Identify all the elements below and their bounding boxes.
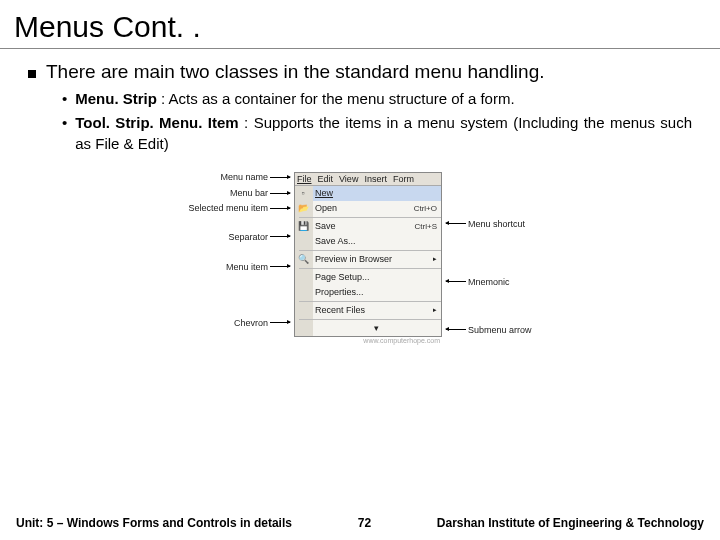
label-menu-name: Menu name <box>220 172 268 182</box>
new-icon: ▫ <box>297 187 309 199</box>
chevron-right-icon: ▸ <box>433 255 437 263</box>
slide-title: Menus Cont. . <box>0 0 720 49</box>
square-bullet-icon <box>28 70 36 78</box>
menubar-insert[interactable]: Insert <box>364 174 387 184</box>
sub1-rest: : Acts as a container for the menu struc… <box>157 90 515 107</box>
main-bullet: There are main two classes in the standa… <box>28 61 692 83</box>
watermark: www.computerhope.com <box>294 337 442 344</box>
preview-icon: 🔍 <box>297 253 309 265</box>
menu-item-page-setup[interactable]: Page Setup... <box>313 270 441 285</box>
separator <box>299 319 441 320</box>
content-area: There are main two classes in the standa… <box>0 61 720 344</box>
menubar-file[interactable]: File <box>297 174 312 184</box>
menu-item-preview[interactable]: 🔍 Preview in Browser▸ <box>313 252 441 267</box>
save-icon: 💾 <box>297 220 309 232</box>
sub-bullet-2: • Tool. Strip. Menu. Item : Supports the… <box>62 113 692 154</box>
open-icon: 📂 <box>297 202 309 214</box>
sub2-bold: Tool. Strip. Menu. Item <box>75 114 238 131</box>
menu-item-new[interactable]: ▫ New <box>313 186 441 201</box>
menu-item-properties[interactable]: Properties... <box>313 285 441 300</box>
menu-diagram: Menu name Menu bar Selected menu item Se… <box>28 172 692 344</box>
menu-item-open[interactable]: 📂 OpenCtrl+O <box>313 201 441 216</box>
menu-item-save[interactable]: 💾 SaveCtrl+S <box>313 219 441 234</box>
label-chevron: Chevron <box>234 318 268 328</box>
label-menu-bar: Menu bar <box>230 188 268 198</box>
footer: Unit: 5 – Windows Forms and Controls in … <box>0 516 720 530</box>
menu-item-save-as[interactable]: Save As... <box>313 234 441 249</box>
label-menu-item: Menu item <box>226 262 268 272</box>
dot-bullet-icon: • <box>62 113 67 133</box>
separator <box>299 250 441 251</box>
label-submenu: Submenu arrow <box>468 325 532 335</box>
sub-bullet-1: • Menu. Strip : Acts as a container for … <box>62 89 692 109</box>
chevron-right-icon: ▸ <box>433 306 437 314</box>
main-bullet-text: There are main two classes in the standa… <box>46 61 545 83</box>
separator <box>299 301 441 302</box>
label-selected: Selected menu item <box>188 203 268 213</box>
dot-bullet-icon: • <box>62 89 67 109</box>
menubar-view[interactable]: View <box>339 174 358 184</box>
menu-item-recent[interactable]: Recent Files▸ <box>313 303 441 318</box>
menubar-format[interactable]: Form <box>393 174 414 184</box>
menubar-edit[interactable]: Edit <box>318 174 334 184</box>
menu-panel: File Edit View Insert Form ▫ New 📂 <box>294 172 442 337</box>
dropdown: ▫ New 📂 OpenCtrl+O 💾 SaveCtrl+S <box>295 186 441 336</box>
separator <box>299 217 441 218</box>
label-shortcut: Menu shortcut <box>468 219 525 229</box>
label-separator: Separator <box>228 232 268 242</box>
menu-chevron[interactable]: ▾ <box>313 321 441 336</box>
separator <box>299 268 441 269</box>
chevron-down-icon: ▾ <box>374 323 379 333</box>
footer-left: Unit: 5 – Windows Forms and Controls in … <box>16 516 292 530</box>
sub1-bold: Menu. Strip <box>75 90 157 107</box>
footer-right: Darshan Institute of Engineering & Techn… <box>437 516 704 530</box>
menubar: File Edit View Insert Form <box>295 173 441 186</box>
page-number: 72 <box>358 516 371 530</box>
label-mnemonic: Mnemonic <box>468 277 510 287</box>
